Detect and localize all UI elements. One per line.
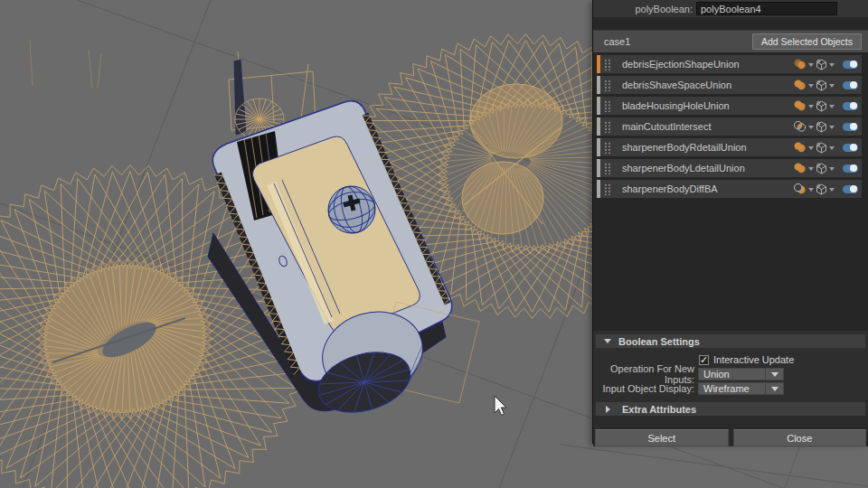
chevron-down-icon[interactable] (829, 63, 835, 70)
close-button[interactable]: Close (733, 429, 867, 446)
drag-handle-icon[interactable] (603, 120, 610, 133)
boolean-object-row[interactable]: debrisShaveSpaceUnion (597, 76, 862, 94)
row-label: sharpenerBodyLdetailUnion (622, 163, 793, 174)
visibility-toggle[interactable] (843, 164, 858, 173)
chevron-down-icon[interactable] (808, 126, 814, 132)
interactive-update-checkbox[interactable]: ✓ (699, 355, 709, 365)
chevron-down-icon[interactable] (829, 105, 835, 111)
chevron-down-icon[interactable] (829, 188, 835, 194)
chevron-down-icon[interactable] (808, 63, 814, 70)
cube-display-icon[interactable] (816, 183, 827, 195)
row-icons (793, 79, 858, 91)
row-label: mainCutoutIntersect (622, 121, 793, 132)
case-tab[interactable]: case1 (604, 36, 630, 47)
drag-handle-icon[interactable] (603, 183, 610, 195)
row-color-chip (597, 159, 600, 177)
cube-display-icon[interactable] (816, 100, 827, 112)
boolean-object-list: debrisEjectionShapeUnion debrisShaveSpac… (593, 52, 868, 331)
select-button[interactable]: Select (595, 429, 729, 446)
row-icons (793, 162, 858, 174)
row-color-chip (597, 76, 600, 94)
row-label: debrisShaveSpaceUnion (622, 80, 793, 90)
visibility-toggle[interactable] (843, 81, 858, 89)
visibility-toggle[interactable] (843, 102, 858, 110)
operation-value: Union (699, 369, 765, 380)
boolean-op-icon[interactable] (793, 99, 807, 112)
boolean-settings-header[interactable]: Boolean Settings (596, 334, 865, 348)
row-color-chip (597, 117, 600, 136)
boolean-settings-title: Boolean Settings (618, 336, 700, 347)
interactive-update-label: Interactive Update (713, 354, 794, 365)
boolean-object-row[interactable]: mainCutoutIntersect (597, 117, 862, 136)
operation-label: Operation For New Inputs: (593, 363, 694, 385)
cube-display-icon[interactable] (816, 142, 827, 154)
row-color-chip (597, 55, 600, 73)
extra-attributes-title: Extra Attributes (622, 404, 696, 415)
row-color-chip (597, 180, 600, 198)
row-icons (793, 141, 858, 154)
dropdown-arrow-button[interactable] (765, 369, 783, 380)
chevron-down-icon[interactable] (808, 105, 814, 111)
boolean-op-icon[interactable] (793, 58, 807, 70)
boolean-op-icon[interactable] (793, 183, 807, 195)
display-label: Input Object Display: (593, 383, 694, 394)
cube-display-icon[interactable] (816, 59, 827, 70)
drag-handle-icon[interactable] (603, 99, 610, 112)
polyboolean-panel: polyBoolean: case1 Add Selected Objects … (592, 0, 868, 444)
cube-display-icon[interactable] (816, 163, 827, 174)
row-label: sharpenerBodyDiffBA (622, 183, 793, 194)
display-row: Input Object Display: Wireframe (593, 381, 868, 396)
chevron-down-icon[interactable] (829, 146, 835, 153)
drag-handle-icon[interactable] (603, 79, 610, 91)
maya-window: polyBoolean: case1 Add Selected Objects … (0, 0, 868, 488)
operation-dropdown[interactable]: Union (698, 368, 784, 380)
operation-row: Operation For New Inputs: Union (593, 367, 868, 381)
display-dropdown[interactable]: Wireframe (698, 382, 784, 395)
row-color-chip (597, 138, 600, 156)
row-label: debrisEjectionShapeUnion (622, 59, 793, 70)
boolean-op-icon[interactable] (793, 79, 807, 91)
boolean-op-icon[interactable] (793, 120, 807, 133)
visibility-toggle[interactable] (843, 185, 858, 193)
chevron-down-icon[interactable] (829, 126, 835, 132)
boolean-object-row[interactable]: sharpenerBodyLdetailUnion (597, 159, 862, 177)
node-name-label: polyBoolean: (593, 4, 693, 14)
boolean-object-row[interactable]: bladeHousingHoleUnion (597, 97, 862, 115)
boolean-object-row[interactable]: debrisEjectionShapeUnion (597, 55, 862, 73)
extra-attributes-header[interactable]: Extra Attributes (596, 402, 865, 416)
add-selected-objects-button[interactable]: Add Selected Objects (752, 33, 862, 50)
boolean-settings-section: Boolean Settings ✓ Interactive Update Op… (593, 331, 868, 399)
node-name-input[interactable] (696, 2, 837, 15)
chevron-down-icon[interactable] (808, 167, 814, 174)
chevron-down-icon[interactable] (808, 84, 814, 90)
collapse-triangle-icon (604, 339, 611, 347)
cube-display-icon[interactable] (816, 80, 827, 91)
boolean-object-row[interactable]: sharpenerBodyDiffBA (597, 180, 862, 198)
drag-handle-icon[interactable] (603, 141, 610, 154)
visibility-toggle[interactable] (843, 144, 858, 152)
visibility-toggle[interactable] (843, 123, 858, 131)
chevron-down-icon[interactable] (829, 167, 835, 174)
row-icons (793, 99, 858, 112)
row-color-chip (597, 97, 600, 115)
chevron-down-icon[interactable] (808, 146, 814, 153)
row-label: bladeHousingHoleUnion (622, 100, 793, 111)
chevron-down-icon (771, 387, 778, 395)
row-icons (793, 120, 858, 133)
chevron-down-icon[interactable] (829, 84, 835, 90)
boolean-op-icon[interactable] (793, 162, 807, 174)
extra-attributes-section: Extra Attributes (593, 399, 868, 416)
dropdown-arrow-button[interactable] (765, 383, 783, 394)
row-label: sharpenerBodyRdetailUnion (622, 142, 793, 153)
panel-divider (593, 17, 868, 30)
boolean-object-row[interactable]: sharpenerBodyRdetailUnion (597, 138, 862, 156)
drag-handle-icon[interactable] (603, 162, 610, 174)
row-icons (793, 58, 858, 70)
boolean-op-icon[interactable] (793, 141, 807, 154)
collapsed-triangle-icon (606, 406, 614, 413)
cube-display-icon[interactable] (816, 121, 827, 133)
chevron-down-icon[interactable] (808, 188, 814, 194)
display-value: Wireframe (699, 383, 765, 394)
drag-handle-icon[interactable] (603, 58, 610, 70)
visibility-toggle[interactable] (843, 61, 858, 69)
